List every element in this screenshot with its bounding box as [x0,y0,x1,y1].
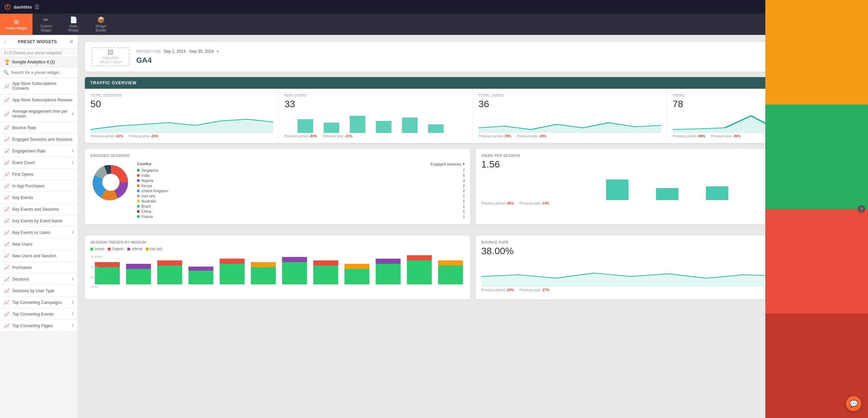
trends-legend: (none)Organicreferral(not set) [90,247,465,251]
sidebar-item-label: App Store Subscriptions Renews [12,98,72,102]
svg-rect-23 [220,259,245,264]
help-bubble[interactable]: ? [858,205,865,213]
sidebar-item-top-converting-events[interactable]: 📈Top Converting Eventsℹ [0,308,78,320]
metric-total-sessions: TOTAL SESSIONS 50 Previous period -41% P… [85,89,279,143]
sidebar-item-info-icon[interactable]: ℹ [72,149,74,153]
sidebar-item-chart-icon: 📈 [4,218,10,223]
sidebar-item-sessions[interactable]: 📈Sessionsℹ [0,273,78,285]
country-value: 1 [463,204,465,208]
sidebar-item-new-users-session[interactable]: 📈New Users and Session [0,250,78,262]
country-row: Brazil1 [137,204,465,208]
sidebar-item-purchases[interactable]: 📈Purchases [0,262,78,273]
svg-rect-19 [157,260,182,266]
sidebar-item-key-events-sessions[interactable]: 📈Key Events and Sessions [0,204,78,215]
sidebar-item-sessions-user-type[interactable]: 📈Sessions by User Type [0,285,78,297]
chat-bubble[interactable]: 💬 [846,396,861,411]
country-value: 5 [463,173,465,177]
report-for-label: REPORT FOR [136,49,161,53]
preset-label: Preset Widget [5,26,27,30]
sidebar-item-label: In App Purchases [12,184,44,188]
add-logo-label: ADD LOGO [102,56,119,60]
report-header: 🖼 ADD LOGO 250 px X 125 px REPORT FOR Se… [85,42,861,72]
sidebar-item-chart-icon: 📈 [4,276,10,282]
svg-rect-34 [407,260,432,284]
legend-label: (none) [94,247,104,251]
legend-color-dot [146,248,149,250]
sidebar-item-label: New Users and Session [12,254,56,258]
logo-upload-area[interactable]: 🖼 ADD LOGO 250 px X 125 px [92,47,129,66]
sidebar-item-info-icon[interactable]: ℹ [72,277,74,281]
sidebar-item-app-store-sub-renews[interactable]: 📈App Store Subscriptions Renews [0,94,78,106]
svg-rect-33 [376,259,401,264]
sidebar-item-info-icon[interactable]: ℹ [72,160,74,165]
svg-text:75: 75 [90,266,98,269]
country-row: Australia1 [137,199,465,203]
svg-rect-13 [706,186,728,200]
svg-rect-26 [282,262,307,284]
sidebar-item-key-events[interactable]: 📈Key Events [0,192,78,204]
country-name-label: Nigeria [141,179,153,183]
dropdown-icon[interactable]: ▾ [463,162,465,166]
svg-rect-43 [765,0,868,104]
sidebar-item-chart-icon: 📈 [4,311,10,317]
legend-item: (none) [90,247,104,251]
sidebar-item-label: Event Count [12,160,35,165]
tab-static-widget[interactable]: 📄 StaticWidget [60,14,87,35]
country-name-label: Singapore [141,168,158,172]
country-row: (not set)1 [137,194,465,198]
sidebar-item-engagement-rate[interactable]: 📈Engagement Rateℹ [0,145,78,157]
sidebar-item-app-store-sub-converts[interactable]: 📈App Store Subscriptions Converts [0,78,78,94]
svg-marker-0 [90,119,273,133]
sidebar-close-icon[interactable]: ✕ [69,38,74,45]
custom-icon: ✏ [43,16,49,24]
report-for-row: REPORT FOR Sep 1, 2024 - Sep 30, 2024 ▾ [136,49,808,54]
country-row: United Kingdom2 [137,189,465,193]
static-icon: 📄 [70,16,77,24]
svg-rect-16 [126,269,151,284]
country-name-label: France [141,214,153,219]
sidebar-item-top-converting-pages[interactable]: 📈Top Converting Pagesℹ [0,320,78,332]
sidebar-item-chart-icon: 📈 [4,288,10,293]
svg-rect-2 [323,123,339,133]
sidebar-back-icon[interactable]: ‹ [4,39,6,45]
sidebar-item-new-users[interactable]: 📈New Users [0,238,78,250]
sidebar-item-first-opens[interactable]: 📈First Opens [0,169,78,180]
sidebar-section-ga4: 🏆 Google Analytics 4 (1) [0,57,78,67]
svg-rect-44 [765,104,868,209]
svg-rect-24 [251,267,276,284]
sidebar-item-label: First Opens [12,172,34,177]
tab-preset-widget[interactable]: ⊞ Preset Widget [0,14,33,35]
svg-rect-29 [313,260,338,266]
sidebar-item-event-count[interactable]: 📈Event Countℹ [0,157,78,169]
tab-widget-bundle[interactable]: 📦 WidgetBundle [87,14,115,35]
traffic-overview-header: TRAFFIC OVERVIEW [85,77,861,89]
sidebar-item-key-events-event-name[interactable]: 📈Key Events by Event Name [0,215,78,227]
pie-chart [90,162,131,203]
date-dropdown-icon[interactable]: ▾ [217,49,219,54]
sidebar-item-avg-engagement[interactable]: 📈Average engagement time per sessionℹ [0,106,78,122]
country-row: France1 [137,214,465,219]
sidebar-item-info-icon[interactable]: ℹ [72,112,74,116]
hamburger-icon[interactable]: ☰ [35,4,39,10]
sidebar-item-chart-icon: 📈 [4,242,10,247]
sidebar-item-label: Top Converting Events [12,312,54,317]
sidebar-item-info-icon[interactable]: ℹ [72,323,74,328]
sidebar-item-top-converting-campaigns[interactable]: 📈Top Converting Campaignsℹ [0,297,78,308]
sidebar-item-label: Top Converting Pages [12,323,53,328]
sidebar-item-chart-icon: 📈 [4,84,10,89]
svg-rect-32 [376,264,401,284]
sidebar-item-in-app-purchases[interactable]: 📈In App Purchases [0,180,78,192]
tab-custom-widget[interactable]: ✏ CustomWidget [33,14,60,35]
sidebar-item-key-events-vs-users[interactable]: 📈Key Events vs Usersℹ [0,227,78,238]
sidebar-item-engaged-sessions[interactable]: 📈Engaged Sessions and Sessions [0,134,78,145]
legend-color-dot [108,248,111,250]
svg-rect-27 [282,257,307,262]
engaged-sessions-card: ENGAGED SESSIONS [85,149,470,224]
country-rows: Singapore7India5Nigeria3Kenya2United Kin… [137,168,465,219]
svg-rect-11 [606,180,629,200]
sidebar-item-info-icon[interactable]: ℹ [72,230,74,235]
search-input[interactable] [11,70,74,75]
sidebar-item-info-icon[interactable]: ℹ [72,312,74,316]
sidebar-item-info-icon[interactable]: ℹ [72,300,74,305]
sidebar-item-bounce-rate[interactable]: 📈Bounce Rate [0,122,78,134]
